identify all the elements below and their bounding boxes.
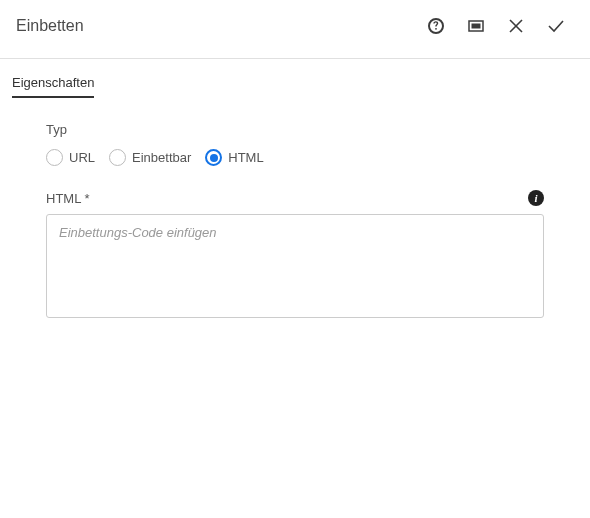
type-label: Typ [46,122,544,137]
svg-rect-1 [472,24,481,29]
tabs: Eigenschaften [0,59,590,98]
textarea-header: HTML * i [46,190,544,206]
type-radio-group: URL Einbettbar HTML [46,149,544,166]
type-field-group: Typ URL Einbettbar HTML [46,122,544,166]
fullscreen-button[interactable] [458,8,494,44]
radio-label-embeddable: Einbettbar [132,150,191,165]
dialog-header: Einbetten [0,0,590,59]
check-icon [547,17,565,35]
radio-option-url[interactable]: URL [46,149,95,166]
info-icon[interactable]: i [528,190,544,206]
close-icon [509,19,523,33]
radio-option-embeddable[interactable]: Einbettbar [109,149,191,166]
html-field-group: HTML * i [46,190,544,322]
radio-circle-html [205,149,222,166]
radio-circle-embeddable [109,149,126,166]
tab-properties[interactable]: Eigenschaften [12,75,94,98]
radio-label-html: HTML [228,150,263,165]
radio-option-html[interactable]: HTML [205,149,263,166]
form-section: Typ URL Einbettbar HTML HTML * i [0,98,590,322]
html-textarea[interactable] [46,214,544,318]
radio-circle-url [46,149,63,166]
radio-label-url: URL [69,150,95,165]
header-actions [418,8,574,44]
dialog-title: Einbetten [16,17,84,35]
help-icon [427,17,445,35]
fullscreen-icon [468,18,484,34]
help-button[interactable] [418,8,454,44]
html-label: HTML * [46,191,90,206]
close-button[interactable] [498,8,534,44]
confirm-button[interactable] [538,8,574,44]
